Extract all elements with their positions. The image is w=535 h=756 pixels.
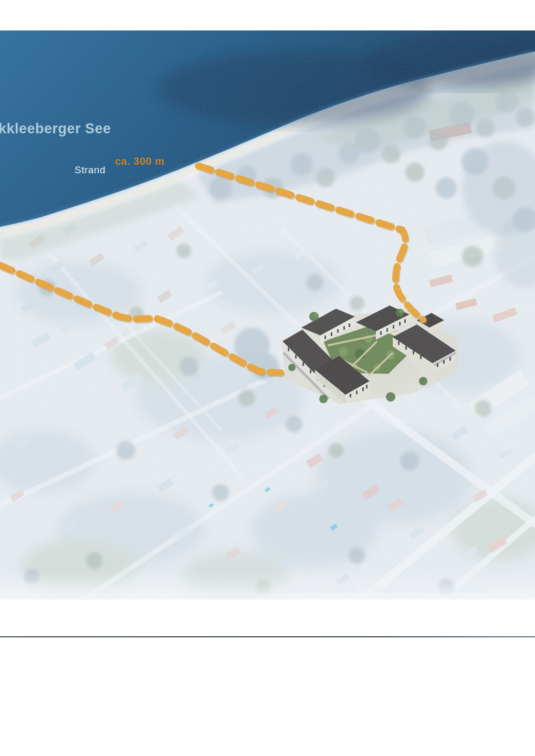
lake-label: kkleeberger See <box>0 121 111 137</box>
scan-grain <box>0 30 535 600</box>
aerial-photo: kkleeberger See Strand ca. 300 m Grundla… <box>0 30 535 600</box>
page-root: { "map": { "lake_label": "kkleeberger Se… <box>0 0 535 756</box>
top-margin <box>0 0 535 30</box>
attribution-label: Grundlage Luftbild: © Google Earth GeoBa… <box>290 585 489 593</box>
divider-line <box>0 636 535 637</box>
bottom-margin <box>0 600 535 756</box>
distance-label: ca. 300 m <box>115 155 165 167</box>
map-svg <box>0 30 535 600</box>
beach-label: Strand <box>75 164 106 176</box>
